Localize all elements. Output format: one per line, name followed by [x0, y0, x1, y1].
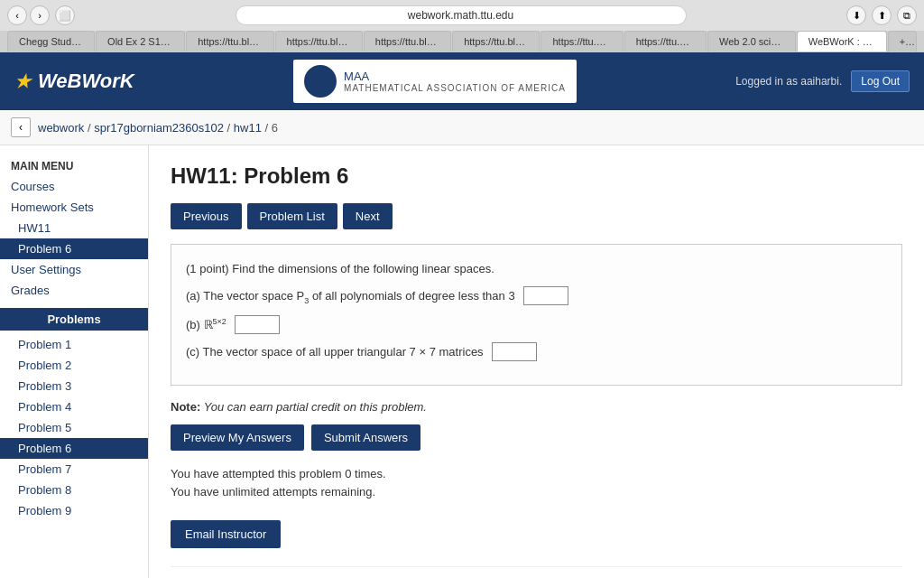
- sidebar-item-courses[interactable]: Courses: [0, 176, 148, 197]
- sidebar-item-user-settings[interactable]: User Settings: [0, 259, 148, 280]
- tab-ttu-2[interactable]: https://ttu.bla...: [275, 31, 363, 51]
- tab-ttu-4[interactable]: https://ttu.bla...: [452, 31, 540, 51]
- star-icon: ★: [14, 70, 31, 92]
- tab-old-ex[interactable]: Old Ex 2 S16...: [96, 31, 185, 51]
- answer-input-c[interactable]: [492, 342, 537, 361]
- webwork-logo-text: WeBWorK: [38, 70, 134, 93]
- submit-button[interactable]: Submit Answers: [311, 424, 420, 451]
- sidebar-item-homework-sets[interactable]: Homework Sets: [0, 197, 148, 218]
- note-label: Note:: [171, 400, 200, 414]
- sidebar-item-problem4[interactable]: Problem 4: [0, 396, 148, 417]
- breadcrumb-problem: 6: [272, 121, 278, 135]
- webwork-logo: ★ WeBWorK: [14, 70, 134, 93]
- maa-full-name: MATHEMATICAL ASSOCIATION OF AMERICA: [344, 83, 566, 93]
- window-button[interactable]: ⧉: [897, 5, 917, 25]
- note-text: You can earn partial credit on this prob…: [204, 400, 427, 414]
- note-line: Note: You can earn partial credit on thi…: [171, 400, 902, 414]
- previous-button[interactable]: Previous: [171, 203, 242, 229]
- breadcrumb-webwork[interactable]: webwork: [38, 121, 84, 135]
- problem-intro: (1 point) Find the dimensions of the fol…: [186, 259, 887, 279]
- sidebar-item-problem8[interactable]: Problem 8: [0, 480, 148, 500]
- part-a-text: (a) The vector space P: [186, 289, 304, 303]
- breadcrumb: webwork / spr17gborniam2360s102 / hw11 /…: [38, 121, 278, 135]
- problem-points: (1 point): [186, 262, 229, 275]
- logged-in-text: Logged in as aaiharbi.: [735, 75, 842, 88]
- tab-webwork[interactable]: WeBWorK : s...: [797, 31, 887, 51]
- tab-web2[interactable]: Web 2.0 scie...: [707, 31, 796, 51]
- attempts-line2: You have unlimited attempts remaining.: [171, 483, 902, 502]
- attempts-line1: You have attempted this problem 0 times.: [171, 465, 902, 484]
- url-bar[interactable]: webwork.math.ttu.edu: [236, 5, 687, 25]
- browser-square-button[interactable]: ⬜: [55, 5, 75, 25]
- problem-intro-text: Find the dimensions of the following lin…: [232, 262, 494, 275]
- content-area: HW11: Problem 6 Previous Problem List Ne…: [149, 145, 924, 578]
- tab-ttu-3[interactable]: https://ttu.bla...: [364, 31, 451, 51]
- breadcrumb-hw[interactable]: hw11: [234, 121, 262, 135]
- maa-section: MAA MATHEMATICAL ASSOCIATION OF AMERICA: [293, 60, 577, 103]
- preview-button[interactable]: Preview My Answers: [171, 424, 304, 451]
- sidebar-item-problem6[interactable]: Problem 6: [0, 238, 148, 259]
- browser-tab-bar: Chegg Study... Old Ex 2 S16... https://t…: [0, 31, 924, 51]
- maa-logo-box: MAA MATHEMATICAL ASSOCIATION OF AMERICA: [293, 60, 577, 103]
- main-menu-label: MAIN MENU: [0, 154, 148, 176]
- problem-list-button[interactable]: Problem List: [247, 203, 337, 229]
- main-layout: MAIN MENU Courses Homework Sets HW11 Pro…: [0, 145, 924, 578]
- maa-emblem: [304, 65, 337, 98]
- sidebar-item-problem6-link[interactable]: Problem 6: [0, 438, 148, 459]
- page-title: HW11: Problem 6: [171, 163, 902, 189]
- sidebar-item-hw11[interactable]: HW11: [0, 218, 148, 238]
- back-browser-button[interactable]: ‹: [7, 5, 27, 25]
- problem-part-c: (c) The vector space of all upper triang…: [186, 342, 887, 362]
- part-b-sup: 5×2: [213, 317, 226, 326]
- url-text: webwork.math.ttu.edu: [408, 9, 513, 22]
- tab-ttu-1[interactable]: https://ttu.bla...: [186, 31, 273, 51]
- sidebar: MAIN MENU Courses Homework Sets HW11 Pro…: [0, 145, 149, 578]
- tab-ttu-6[interactable]: https://ttu.bl...: [624, 31, 707, 51]
- sidebar-item-problem3[interactable]: Problem 3: [0, 376, 148, 396]
- header-right: Logged in as aaiharbi. Log Out: [735, 70, 910, 92]
- page-footer: Page generated at 03/18/2017 at 05:47pm …: [171, 566, 902, 578]
- maa-text-block: MAA MATHEMATICAL ASSOCIATION OF AMERICA: [344, 70, 566, 93]
- download-button[interactable]: ⬇: [846, 5, 866, 25]
- sidebar-item-grades[interactable]: Grades: [0, 280, 148, 301]
- maa-acronym: MAA: [344, 70, 566, 83]
- breadcrumb-bar: ‹ webwork / spr17gborniam2360s102 / hw11…: [0, 110, 924, 145]
- problem-part-a: (a) The vector space P3 of all polynomia…: [186, 286, 887, 308]
- problem-box: (1 point) Find the dimensions of the fol…: [171, 244, 902, 386]
- part-a-rest: of all polynomials of degree less than 3: [309, 289, 514, 303]
- tab-chegg[interactable]: Chegg Study...: [7, 31, 95, 51]
- share-button[interactable]: ⬆: [872, 5, 892, 25]
- attempts-info: You have attempted this problem 0 times.…: [171, 465, 902, 503]
- answer-input-b[interactable]: [235, 315, 280, 334]
- submit-buttons: Preview My Answers Submit Answers: [171, 424, 902, 451]
- problem-part-b: (b) ℝ5×2: [186, 315, 887, 335]
- problems-header: Problems: [0, 308, 148, 331]
- forward-browser-button[interactable]: ›: [30, 5, 50, 25]
- back-button[interactable]: ‹: [11, 117, 31, 137]
- next-button[interactable]: Next: [343, 203, 393, 229]
- email-instructor-button[interactable]: Email Instructor: [171, 520, 281, 548]
- sidebar-item-problem9[interactable]: Problem 9: [0, 500, 148, 521]
- sidebar-item-problem1[interactable]: Problem 1: [0, 334, 148, 355]
- action-buttons: Previous Problem List Next: [171, 203, 902, 229]
- app-header: ★ WeBWorK MAA MATHEMATICAL ASSOCIATION O…: [0, 52, 924, 110]
- logout-button[interactable]: Log Out: [851, 70, 910, 92]
- sidebar-item-problem2[interactable]: Problem 2: [0, 355, 148, 376]
- part-b-text: (b) ℝ: [186, 318, 213, 331]
- answer-input-a[interactable]: [523, 286, 568, 305]
- breadcrumb-course[interactable]: spr17gborniam2360s102: [94, 121, 224, 135]
- part-c-text: (c) The vector space of all upper triang…: [186, 345, 484, 359]
- sidebar-item-problem7[interactable]: Problem 7: [0, 459, 148, 480]
- sidebar-item-problem5[interactable]: Problem 5: [0, 417, 148, 438]
- tab-new[interactable]: +: [888, 31, 917, 51]
- tab-ttu-5[interactable]: https://ttu.bl...: [541, 31, 623, 51]
